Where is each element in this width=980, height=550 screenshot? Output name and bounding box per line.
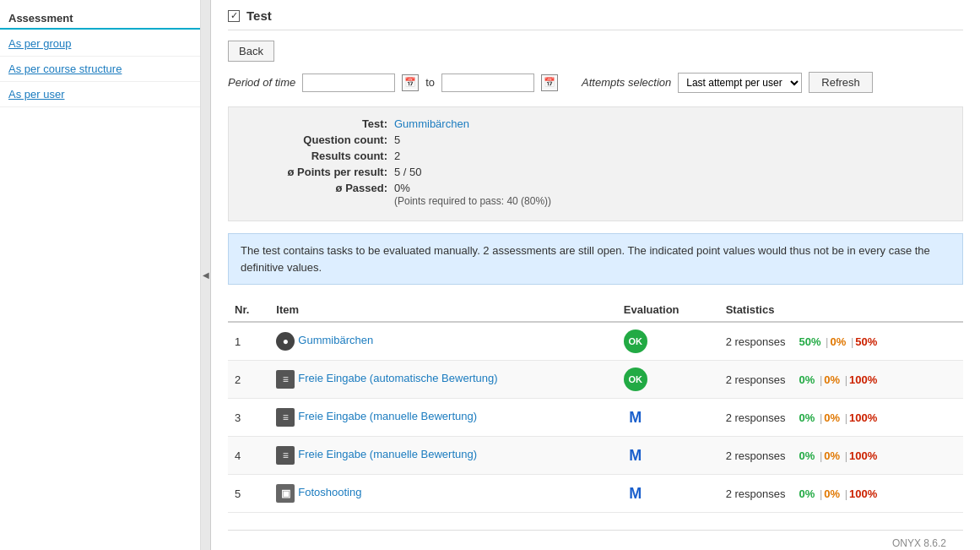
stat-sep-1: | <box>816 373 822 386</box>
stat3: 50% <box>855 335 877 348</box>
cell-evaluation: M <box>617 399 719 437</box>
stat1: 50% <box>799 335 820 348</box>
item-link[interactable]: Fotoshooting <box>298 486 361 498</box>
sidebar-collapse-handle[interactable]: ◀ <box>201 0 211 550</box>
info-question-count-row: Question count: 5 <box>242 133 949 146</box>
period-label: Period of time <box>228 76 295 89</box>
warning-box: The test contains tasks to be evaluated … <box>228 233 963 285</box>
cell-statistics: 2 responses0% |0% |100% <box>719 399 963 437</box>
eval-m-badge: M <box>624 406 647 429</box>
item-type-icon: ≡ <box>276 408 295 427</box>
eval-m-badge: M <box>624 482 647 505</box>
stat2: 0% <box>831 335 847 348</box>
question-count-value: 5 <box>394 133 400 146</box>
refresh-button[interactable]: Refresh <box>809 72 873 93</box>
cell-nr: 5 <box>228 475 269 513</box>
items-table: Nr. Item Evaluation Statistics 1●Gummibä… <box>228 298 963 513</box>
response-count: 2 responses <box>726 373 786 386</box>
item-link[interactable]: Freie Eingabe (manuelle Bewertung) <box>298 448 477 460</box>
sidebar-item-as-per-user[interactable]: As per user <box>0 82 200 107</box>
stat2: 0% <box>824 449 840 462</box>
calendar-to-icon[interactable]: 📅 <box>541 74 558 91</box>
sidebar: Assessment As per group As per course st… <box>0 0 201 550</box>
stat-sep-2: | <box>842 449 847 462</box>
cell-nr: 1 <box>228 322 269 361</box>
col-statistics: Statistics <box>719 298 963 322</box>
points-label: ø Points per result: <box>242 166 394 178</box>
stat-sep-2: | <box>842 373 847 386</box>
sidebar-title: Assessment <box>0 7 200 30</box>
calendar-from-icon[interactable]: 📅 <box>402 74 419 91</box>
item-link[interactable]: Gummibärchen <box>298 334 373 346</box>
item-type-icon: ≡ <box>276 446 295 465</box>
cell-statistics: 2 responses50% |0% |50% <box>719 322 963 361</box>
cell-statistics: 2 responses0% |0% |100% <box>719 361 963 399</box>
cell-item: ≡Freie Eingabe (manuelle Bewertung) <box>269 399 616 437</box>
passed-value: 0% (Points required to pass: 40 (80%)) <box>394 182 551 207</box>
stat3: 100% <box>849 373 877 386</box>
stat3: 100% <box>849 411 877 424</box>
cell-statistics: 2 responses0% |0% |100% <box>719 475 963 513</box>
item-type-icon: ● <box>276 332 295 351</box>
cell-evaluation: OK <box>617 361 719 399</box>
col-nr: Nr. <box>228 298 269 322</box>
points-value: 5 / 50 <box>394 166 422 178</box>
stat3: 100% <box>849 449 877 462</box>
stat2: 0% <box>824 411 840 424</box>
item-link[interactable]: Freie Eingabe (manuelle Bewertung) <box>298 410 477 422</box>
page-title: Test <box>246 8 272 23</box>
page-title-row: ✓ Test <box>228 8 963 30</box>
cell-nr: 4 <box>228 437 269 475</box>
eval-m-badge: M <box>624 444 647 467</box>
stat-sep-2: | <box>847 335 853 348</box>
stat1: 0% <box>799 411 815 424</box>
stat2: 0% <box>824 487 840 500</box>
stat1: 0% <box>799 487 815 500</box>
eval-ok-badge: OK <box>624 368 647 391</box>
sidebar-item-as-per-group[interactable]: As per group <box>0 31 200 57</box>
cell-item: ≡Freie Eingabe (manuelle Bewertung) <box>269 437 616 475</box>
cell-evaluation: OK <box>617 322 719 361</box>
response-count: 2 responses <box>726 335 786 348</box>
cell-item: ●Gummibärchen <box>269 322 616 361</box>
item-type-icon: ▣ <box>276 484 295 503</box>
info-box: Test: Gummibärchen Question count: 5 Res… <box>228 106 963 221</box>
controls-row: Period of time 📅 to 📅 Attempts selection… <box>228 72 963 93</box>
table-row: 1●GummibärchenOK2 responses50% |0% |50% <box>228 322 963 361</box>
item-link[interactable]: Freie Eingabe (automatische Bewertung) <box>298 372 497 384</box>
title-checkbox[interactable]: ✓ <box>228 10 240 22</box>
info-results-count-row: Results count: 2 <box>242 150 949 162</box>
to-label: to <box>425 76 435 89</box>
version-text: ONYX 8.6.2 <box>892 537 946 549</box>
test-value: Gummibärchen <box>394 117 469 130</box>
back-button[interactable]: Back <box>228 41 274 62</box>
info-test-row: Test: Gummibärchen <box>242 117 949 130</box>
col-item: Item <box>269 298 616 322</box>
info-passed-row: ø Passed: 0% (Points required to pass: 4… <box>242 182 949 207</box>
col-evaluation: Evaluation <box>617 298 719 322</box>
cell-item: ▣Fotoshooting <box>269 475 616 513</box>
warning-text: The test contains tasks to be evaluated … <box>241 244 930 274</box>
period-to-input[interactable] <box>441 74 534 92</box>
stat-sep-2: | <box>842 487 847 500</box>
table-row: 2≡Freie Eingabe (automatische Bewertung)… <box>228 361 963 399</box>
passed-subtext: (Points required to pass: 40 (80%)) <box>394 195 551 207</box>
test-link[interactable]: Gummibärchen <box>394 117 469 130</box>
table-row: 5▣FotoshootingM2 responses0% |0% |100% <box>228 475 963 513</box>
cell-evaluation: M <box>617 437 719 475</box>
test-label: Test: <box>242 117 394 130</box>
attempts-select[interactable]: Last attempt per user First attempt per … <box>678 73 802 93</box>
table-row: 4≡Freie Eingabe (manuelle Bewertung)M2 r… <box>228 437 963 475</box>
period-from-input[interactable] <box>302 74 395 92</box>
results-count-value: 2 <box>394 150 400 162</box>
stat-sep-1: | <box>816 487 822 500</box>
info-points-row: ø Points per result: 5 / 50 <box>242 166 949 178</box>
table-header-row: Nr. Item Evaluation Statistics <box>228 298 963 322</box>
stat-sep-2: | <box>842 411 847 424</box>
eval-ok-badge: OK <box>624 329 647 353</box>
attempts-label: Attempts selection <box>582 76 671 89</box>
passed-percent: 0% <box>394 182 410 194</box>
passed-label: ø Passed: <box>242 182 394 207</box>
footer: ONYX 8.6.2 <box>228 530 963 550</box>
sidebar-item-as-per-course-structure[interactable]: As per course structure <box>0 57 200 82</box>
